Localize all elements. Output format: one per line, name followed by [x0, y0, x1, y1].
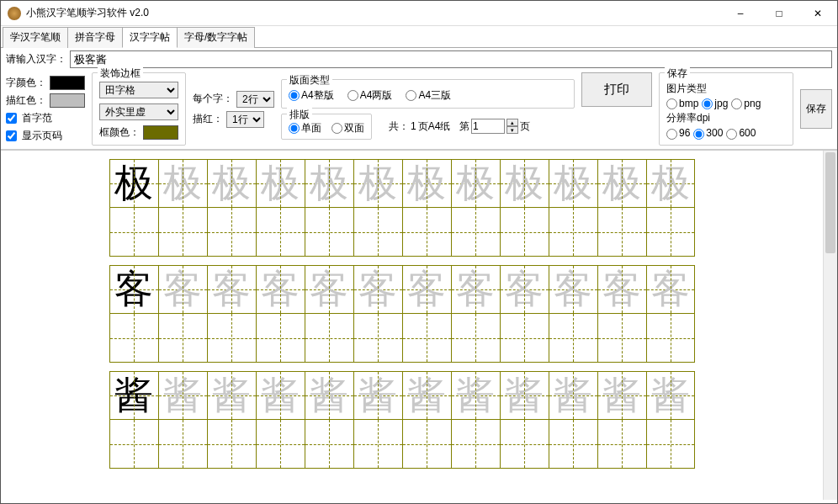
tab-2[interactable]: 汉字字帖	[122, 27, 178, 48]
frame-group: 装饰边框 田字格 外实里虚 框颜色：	[92, 72, 186, 146]
print-button[interactable]: 打印	[581, 72, 652, 107]
trace-color-swatch[interactable]	[50, 93, 85, 108]
tab-1[interactable]: 拼音字母	[67, 27, 123, 48]
titlebar: 小熊汉字笔顺学习软件 v2.0 – □ ✕	[1, 1, 837, 26]
side-group: 排版 单面 双面	[281, 114, 372, 140]
char-color-label: 字颜色：	[6, 76, 46, 90]
page-number-input[interactable]	[471, 119, 505, 134]
first-char-checkbox[interactable]: 首字范	[6, 111, 85, 125]
window-title: 小熊汉字笔顺学习软件 v2.0	[26, 6, 721, 20]
practice-sheet: 极极极极极极极极极极极极客客客客客客客客客客客客酱酱酱酱酱酱酱酱酱酱酱酱	[109, 159, 715, 500]
tab-0[interactable]: 学汉字笔顺	[3, 27, 68, 48]
image-type-label: 图片类型	[666, 82, 786, 96]
a4-three-radio[interactable]: A4三版	[406, 88, 451, 103]
page-type-group: 版面类型 A4整版 A4两版 A4三版	[281, 79, 575, 109]
frame-color-label: 框颜色：	[99, 125, 140, 140]
preview-area: 极极极极极极极极极极极极客客客客客客客客客客客客酱酱酱酱酱酱酱酱酱酱酱酱	[1, 150, 837, 500]
a4-two-radio[interactable]: A4两版	[347, 88, 393, 103]
save-group: 保存 图片类型 bmp jpg png 分辨率dpi 96 300 600	[659, 72, 793, 146]
lines-per-char-select[interactable]: 2行	[236, 91, 274, 108]
frame-color-swatch[interactable]	[143, 125, 178, 140]
bmp-radio[interactable]: bmp	[666, 98, 698, 109]
frame-border-select[interactable]: 外实里虚	[99, 103, 178, 120]
hanzi-input[interactable]	[70, 50, 832, 68]
trace-color-label: 描红色：	[6, 93, 46, 108]
lines-per-char-label: 每个字：	[193, 92, 233, 106]
char-color-swatch[interactable]	[50, 76, 85, 90]
dpi-96-radio[interactable]: 96	[666, 127, 690, 139]
png-radio[interactable]: png	[731, 98, 761, 109]
frame-style-select[interactable]: 田字格	[99, 82, 178, 98]
maximize-button[interactable]: □	[760, 1, 798, 26]
minimize-button[interactable]: –	[721, 1, 760, 26]
app-icon	[8, 7, 21, 20]
vertical-scrollbar[interactable]	[823, 151, 837, 500]
save-button[interactable]: 保存	[800, 89, 832, 129]
trace-lines-label: 描红：	[193, 112, 223, 126]
toolbar: 字颜色： 描红色： 首字范 显示页码 装饰边框 田字格 外实里虚 框颜色： 每个…	[1, 71, 837, 150]
single-side-radio[interactable]: 单面	[289, 121, 321, 135]
dpi-label: 分辨率dpi	[666, 111, 786, 125]
dpi-600-radio[interactable]: 600	[726, 127, 756, 139]
jpg-radio[interactable]: jpg	[702, 98, 728, 109]
tab-bar: 学汉字笔顺拼音字母汉字字帖字母/数字字帖	[1, 26, 837, 48]
double-side-radio[interactable]: 双面	[331, 121, 364, 135]
tab-3[interactable]: 字母/数字字帖	[177, 27, 255, 48]
close-button[interactable]: ✕	[798, 1, 837, 26]
hanzi-input-label: 请输入汉字：	[6, 52, 66, 66]
page-count-display: 共： 1 页A4纸 第 ▴▾ 页	[389, 119, 530, 134]
page-spinner[interactable]: ▴▾	[507, 119, 518, 134]
dpi-300-radio[interactable]: 300	[693, 127, 723, 139]
a4-full-radio[interactable]: A4整版	[289, 88, 334, 103]
show-page-checkbox[interactable]: 显示页码	[6, 129, 85, 143]
trace-lines-select[interactable]: 1行	[226, 111, 264, 128]
